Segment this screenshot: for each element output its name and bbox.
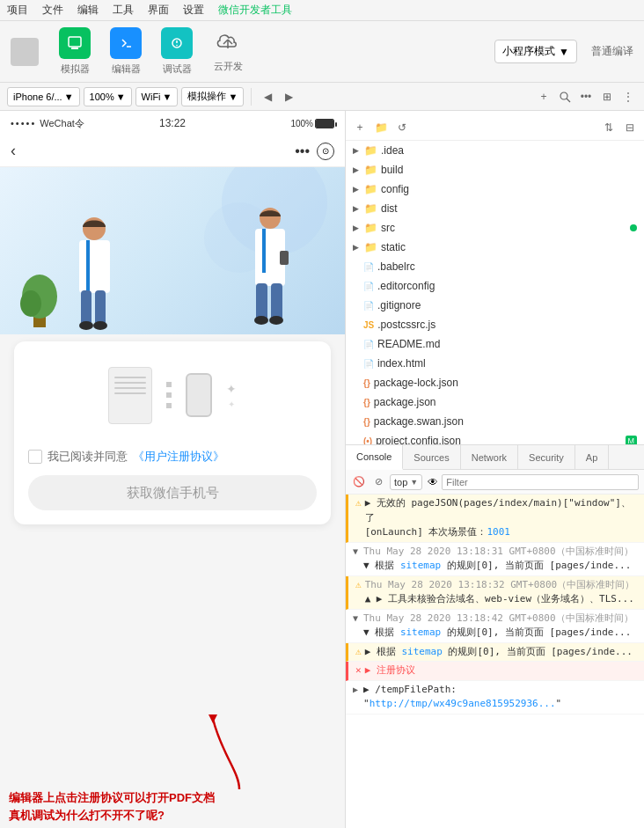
file-name: .gitignore [377, 299, 421, 311]
simulate-dropdown-icon: ▼ [228, 92, 238, 102]
new-folder-button[interactable]: 📁 [374, 121, 388, 135]
file-item-postcssrc[interactable]: JS .postcssrc.js [346, 315, 644, 334]
file-item-gitignore[interactable]: 📄 .gitignore [346, 296, 644, 315]
clear-console-button[interactable]: 🚫 [351, 474, 367, 490]
debugger-button[interactable]: 调试器 [155, 27, 199, 76]
tab-ap[interactable]: Ap [575, 445, 609, 469]
menu-item-edit[interactable]: 编辑 [77, 3, 99, 18]
file-item-config[interactable]: ▶ 📁 config [346, 180, 644, 199]
menu-item-project[interactable]: 项目 [7, 3, 28, 18]
more-button[interactable]: ••• [577, 88, 595, 106]
agreement-checkbox[interactable] [28, 450, 42, 464]
file-name: .idea [381, 144, 404, 157]
file-icon: 📄 [363, 301, 374, 311]
json-icon: {} [363, 378, 370, 388]
level-label: top [394, 477, 407, 487]
folder-arrow: ▶ [353, 243, 359, 252]
folder-icon: 📁 [364, 144, 377, 157]
menu-item-file[interactable]: 文件 [42, 3, 63, 18]
eye-icon[interactable]: 👁 [428, 476, 438, 488]
file-name: package.json [374, 396, 436, 408]
zoom-dropdown-icon: ▼ [116, 92, 126, 102]
level-selector-container: top ▼ [390, 474, 422, 490]
annotation-line1: 编辑器上点击注册协议可以打开PDF文档 [9, 791, 215, 804]
file-item-dist[interactable]: ▶ 📁 dist [346, 199, 644, 218]
console-entry-warning3: ⚠ ▶ 根据 sitemap 的规则[0], 当前页面 [pages/inde.… [346, 643, 644, 663]
menu-item-devtools[interactable]: 微信开发者工具 [218, 3, 292, 18]
file-icon: 📄 [363, 359, 374, 369]
file-item-src[interactable]: ▶ 📁 src [346, 218, 644, 238]
filter-input[interactable] [442, 474, 639, 490]
search-button[interactable] [556, 88, 574, 106]
new-file-button[interactable]: + [353, 121, 367, 135]
tab-console[interactable]: Console [346, 445, 403, 470]
tab-sources-label: Sources [413, 452, 449, 463]
tab-network[interactable]: Network [461, 445, 518, 469]
file-item-idea[interactable]: ▶ 📁 .idea [346, 141, 644, 160]
tab-security[interactable]: Security [518, 445, 575, 469]
file-item-project-config[interactable]: (•) project.config.json M [346, 431, 644, 445]
menu-item-tools[interactable]: 工具 [113, 3, 134, 18]
file-item-editorconfig[interactable]: 📄 .editorconfig [346, 276, 644, 296]
layout-button[interactable]: ⊞ [598, 88, 616, 106]
file-item-readme[interactable]: 📄 README.md [346, 334, 644, 354]
plant-decoration [18, 261, 62, 334]
collapse-button[interactable]: ⊟ [623, 121, 637, 135]
zoom-selector[interactable]: 100% ▼ [84, 87, 132, 106]
file-name: src [381, 222, 395, 234]
warning-icon: ⚠ [355, 645, 362, 660]
stop-button[interactable]: ⊘ [370, 474, 386, 490]
simulate-selector[interactable]: 模拟操作 ▼ [181, 87, 244, 106]
add-button[interactable]: + [535, 88, 553, 106]
main-toolbar: 模拟器 编辑器 调试器 云开 [0, 21, 644, 83]
network-selector[interactable]: WiFi ▼ [135, 87, 179, 106]
svg-line-10 [567, 99, 570, 102]
file-name: dist [381, 202, 398, 215]
phone-back-button[interactable]: ‹ [11, 142, 16, 160]
phone-nav-dots[interactable]: ••• [295, 143, 310, 159]
phone-nav-more[interactable]: ⊙ [317, 143, 334, 160]
simulator-icon [59, 27, 91, 59]
battery-percent: 100% [290, 119, 313, 128]
network-dropdown-icon: ▼ [163, 92, 172, 102]
file-item-static[interactable]: ▶ 📁 static [346, 238, 644, 257]
debugger-label: 调试器 [163, 62, 192, 76]
prev-button[interactable]: ◀ [259, 88, 276, 106]
file-item-package-lock[interactable]: {} package-lock.json [346, 373, 644, 392]
refresh-button[interactable]: ↺ [395, 121, 409, 135]
doctor-figure-2 [248, 202, 292, 334]
file-item-package[interactable]: {} package.json [346, 392, 644, 412]
cloud-button[interactable]: 云开发 [206, 31, 250, 73]
folder-arrow: ▶ [353, 185, 359, 194]
tab-sources[interactable]: Sources [403, 445, 460, 469]
editor-button[interactable]: 编辑器 [104, 27, 148, 76]
get-phone-button[interactable]: 获取微信手机号 [28, 475, 317, 510]
sort-button[interactable]: ⇅ [602, 121, 616, 135]
warning-icon: ⚠ [355, 496, 362, 540]
settings-button[interactable]: ⋮ [619, 88, 637, 106]
annotation-line2: 真机调试为什么打不开不了呢? [9, 809, 165, 822]
illus-document [108, 367, 152, 424]
console-text: ▶ 无效的 pageJSON(pages/index/main)["window… [365, 496, 637, 540]
next-button[interactable]: ▶ [280, 88, 297, 106]
svg-rect-15 [95, 290, 106, 326]
editor-label: 编辑器 [112, 62, 141, 76]
menu-item-settings[interactable]: 设置 [183, 3, 204, 18]
console-text: Thu May 28 2020 13:18:42 GMT+0800（中国标准时间… [363, 612, 637, 641]
folder-arrow: ▶ [353, 223, 359, 232]
file-item-package-swan[interactable]: {} package.swan.json [346, 412, 644, 431]
menu-item-interface[interactable]: 界面 [148, 3, 169, 18]
simulator-button[interactable]: 模拟器 [53, 27, 97, 76]
mode-selector[interactable]: 小程序模式 ▼ [494, 40, 577, 63]
svg-rect-13 [86, 240, 90, 293]
eye-button-container: 👁 [428, 476, 438, 488]
device-selector[interactable]: iPhone 6/... ▼ [7, 87, 80, 106]
file-item-build[interactable]: ▶ 📁 build [346, 160, 644, 180]
file-item-indexhtml[interactable]: 📄 index.html [346, 354, 644, 373]
folder-arrow: ▶ [353, 204, 359, 213]
battery-icon [315, 119, 334, 128]
file-item-babelrc[interactable]: 📄 .babelrc [346, 257, 644, 276]
file-name: README.md [377, 338, 440, 350]
agreement-link[interactable]: 《用户注册协议》 [133, 449, 224, 465]
file-name: config [381, 183, 409, 195]
